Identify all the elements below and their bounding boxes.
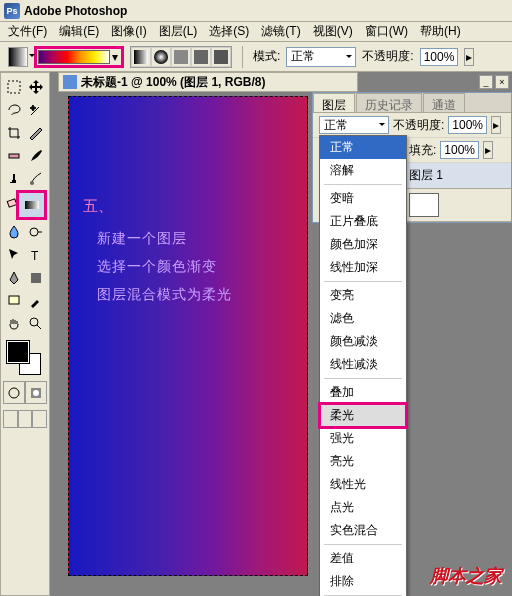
layers-panel: _ × 图层 历史记录 通道 正常 不透明度: 100% ▸ 填充: 100% … <box>312 92 512 223</box>
separator <box>324 184 402 185</box>
opacity-input[interactable]: 100% <box>420 48 459 66</box>
svg-point-7 <box>30 181 34 185</box>
opacity-flyout-icon[interactable]: ▸ <box>491 116 501 134</box>
fill-value: 100% <box>444 143 475 157</box>
mode-select[interactable]: 正常 <box>286 47 356 67</box>
document-icon <box>63 75 77 89</box>
blend-option-pinlight[interactable]: 点光 <box>320 496 406 519</box>
shape-tool[interactable] <box>25 266 47 289</box>
blend-option-difference[interactable]: 差值 <box>320 547 406 570</box>
eyedropper-tool[interactable] <box>25 289 47 312</box>
slice-tool[interactable] <box>25 121 47 144</box>
menu-help[interactable]: 帮助(H) <box>414 21 467 42</box>
blend-option-vividlight[interactable]: 亮光 <box>320 450 406 473</box>
close-icon[interactable]: × <box>495 75 509 89</box>
layer-thumbnail <box>409 193 439 217</box>
crop-tool[interactable] <box>3 121 25 144</box>
blend-option-multiply[interactable]: 正片叠底 <box>320 210 406 233</box>
gradient-picker[interactable]: ▾ <box>34 46 124 68</box>
foreground-color[interactable] <box>7 341 29 363</box>
blur-tool[interactable] <box>3 220 25 243</box>
menu-select[interactable]: 选择(S) <box>203 21 255 42</box>
stamp-tool[interactable] <box>3 167 25 190</box>
opacity-flyout-icon[interactable]: ▸ <box>464 48 474 66</box>
history-brush-tool[interactable] <box>25 167 47 190</box>
blend-option-softlight[interactable]: 柔光 <box>320 404 406 427</box>
layer-row[interactable] <box>403 189 511 222</box>
fill-input[interactable]: 100% <box>440 141 479 159</box>
minimize-icon[interactable]: _ <box>479 75 493 89</box>
gradient-tool[interactable] <box>16 190 47 220</box>
screen-full-button[interactable] <box>32 410 47 428</box>
blend-mode-select[interactable]: 正常 <box>319 116 389 134</box>
blend-option-colordodge[interactable]: 颜色减淡 <box>320 330 406 353</box>
fill-flyout-icon[interactable]: ▸ <box>483 141 493 159</box>
menu-filter[interactable]: 滤镜(T) <box>255 21 306 42</box>
blend-option-dissolve[interactable]: 溶解 <box>320 159 406 182</box>
menu-image[interactable]: 图像(I) <box>105 21 152 42</box>
blend-option-hardmix[interactable]: 实色混合 <box>320 519 406 542</box>
quickmask-mode-button[interactable] <box>25 381 47 404</box>
screen-full-menu-button[interactable] <box>18 410 33 428</box>
standard-mode-button[interactable] <box>3 381 25 404</box>
wand-tool[interactable] <box>25 98 47 121</box>
svg-rect-12 <box>31 273 41 283</box>
layer-opacity-label: 不透明度: <box>393 117 444 134</box>
blend-option-hardlight[interactable]: 强光 <box>320 427 406 450</box>
brush-tool[interactable] <box>25 144 47 167</box>
pen-tool[interactable] <box>3 266 25 289</box>
notes-tool[interactable] <box>3 289 25 312</box>
lock-fill-row: 填充: 100% ▸ <box>403 138 511 163</box>
menu-view[interactable]: 视图(V) <box>307 21 359 42</box>
radial-gradient-button[interactable] <box>151 47 171 67</box>
blend-option-exclusion[interactable]: 排除 <box>320 570 406 593</box>
blend-option-linearburn[interactable]: 线性加深 <box>320 256 406 279</box>
move-tool[interactable] <box>25 75 47 98</box>
path-select-tool[interactable] <box>3 243 25 266</box>
blend-option-screen[interactable]: 滤色 <box>320 307 406 330</box>
svg-text:T: T <box>31 249 39 263</box>
menu-layer[interactable]: 图层(L) <box>153 21 204 42</box>
reflected-gradient-button[interactable] <box>191 47 211 67</box>
blend-option-lighten[interactable]: 变亮 <box>320 284 406 307</box>
diamond-gradient-button[interactable] <box>211 47 231 67</box>
watermark: 脚本之家 <box>430 564 502 588</box>
blend-option-lineardodge[interactable]: 线性减淡 <box>320 353 406 376</box>
panel-tabs: 图层 历史记录 通道 <box>313 93 511 113</box>
healing-tool[interactable] <box>3 144 25 167</box>
blend-option-colorburn[interactable]: 颜色加深 <box>320 233 406 256</box>
blend-option-normal[interactable]: 正常 <box>320 136 406 159</box>
linear-gradient-button[interactable] <box>131 47 151 67</box>
menu-edit[interactable]: 编辑(E) <box>53 21 105 42</box>
dodge-tool[interactable] <box>25 220 47 243</box>
marquee-tool[interactable] <box>3 75 25 98</box>
lasso-tool[interactable] <box>3 98 25 121</box>
annotation-line-1: 新建一个图层 <box>97 230 293 248</box>
blend-option-linearlight[interactable]: 线性光 <box>320 473 406 496</box>
menu-file[interactable]: 文件(F) <box>2 21 53 42</box>
document-tab[interactable]: 未标题-1 @ 100% (图层 1, RGB/8) <box>58 72 358 92</box>
layer-row[interactable]: 图层 1 <box>403 163 511 189</box>
svg-point-17 <box>33 390 39 396</box>
svg-point-1 <box>154 50 168 64</box>
zoom-tool[interactable] <box>25 312 47 335</box>
tab-history[interactable]: 历史记录 <box>356 93 422 112</box>
hand-tool[interactable] <box>3 312 25 335</box>
chevron-down-icon[interactable]: ▾ <box>110 50 120 64</box>
blend-option-overlay[interactable]: 叠加 <box>320 381 406 404</box>
screen-mode-group <box>3 410 47 428</box>
tab-channels[interactable]: 通道 <box>423 93 465 112</box>
svg-rect-2 <box>174 50 188 64</box>
type-tool[interactable]: T <box>25 243 47 266</box>
mode-label: 模式: <box>253 48 280 65</box>
canvas[interactable]: 五、 新建一个图层 选择一个颜色渐变 图层混合模式为柔光 <box>68 96 308 576</box>
panel-window-controls: _ × <box>479 75 509 89</box>
blend-option-darken[interactable]: 变暗 <box>320 187 406 210</box>
tab-layers[interactable]: 图层 <box>313 93 355 112</box>
layer-opacity-input[interactable]: 100% <box>448 116 487 134</box>
angle-gradient-button[interactable] <box>171 47 191 67</box>
menu-window[interactable]: 窗口(W) <box>359 21 414 42</box>
gradient-tool-preset-icon[interactable] <box>8 47 28 67</box>
color-swatches[interactable] <box>3 339 47 379</box>
screen-standard-button[interactable] <box>3 410 18 428</box>
